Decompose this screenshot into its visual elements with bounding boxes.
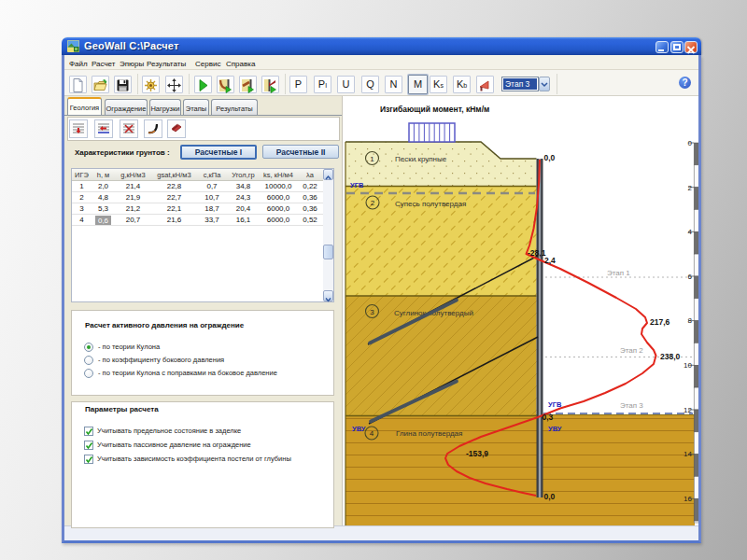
svg-text:2: 2 [688, 184, 693, 192]
svg-text:6: 6 [688, 273, 693, 281]
svg-text:4: 4 [370, 429, 374, 438]
svg-text:0,0: 0,0 [544, 492, 556, 501]
svg-text:1: 1 [370, 155, 374, 163]
svg-text:2: 2 [371, 199, 375, 207]
svg-text:0,3: 0,3 [543, 413, 554, 422]
svg-text:УВУ: УВУ [548, 425, 562, 433]
svg-text:-153,9: -153,9 [466, 449, 488, 458]
svg-text:Супесь полутвердая: Супесь полутвердая [395, 200, 466, 208]
svg-text:10: 10 [684, 361, 692, 370]
svg-text:4: 4 [688, 228, 693, 236]
svg-text:217,6: 217,6 [650, 317, 670, 327]
svg-text:3: 3 [370, 308, 374, 316]
svg-text:УГВ: УГВ [350, 181, 364, 189]
svg-text:14: 14 [684, 450, 692, 458]
svg-text:Этап 3: Этап 3 [620, 401, 643, 410]
svg-text:2,4: 2,4 [544, 256, 556, 265]
svg-text:Этап 1: Этап 1 [607, 269, 630, 277]
svg-text:-28,1: -28,1 [528, 248, 546, 258]
svg-text:Глина полутвердая: Глина полутвердая [396, 429, 462, 438]
svg-text:УВУ: УВУ [352, 425, 366, 433]
svg-text:8: 8 [688, 316, 693, 325]
svg-text:12: 12 [684, 406, 692, 414]
svg-text:16: 16 [684, 495, 692, 503]
svg-text:238,0: 238,0 [660, 352, 681, 361]
svg-text:0: 0 [688, 139, 693, 147]
svg-text:Этап 2: Этап 2 [620, 346, 643, 355]
svg-text:Пески крупные: Пески крупные [395, 155, 447, 163]
svg-text:0,0: 0,0 [544, 153, 556, 162]
